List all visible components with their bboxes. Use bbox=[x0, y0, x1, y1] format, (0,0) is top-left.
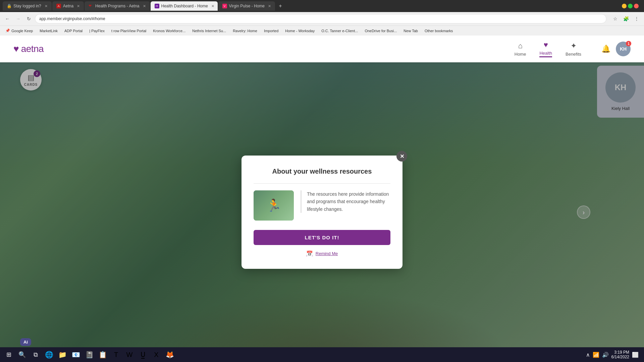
taskbar-chevron-up[interactable]: ∧ bbox=[586, 352, 590, 358]
tab-close-3[interactable]: ✕ bbox=[143, 4, 146, 8]
taskbar-time-date: 3:19 PM 6/14/2022 bbox=[611, 350, 629, 359]
search-button[interactable]: 🔍 bbox=[16, 349, 28, 361]
taskbar-edge[interactable]: 🌐 bbox=[43, 349, 55, 361]
benefits-icon: ✦ bbox=[571, 42, 577, 50]
taskbar-network[interactable]: 📶 bbox=[593, 352, 599, 358]
bookmark-google-keep[interactable]: 📌 Google Keep bbox=[3, 28, 36, 34]
bookmark-onedrive[interactable]: OneDrive for Busi... bbox=[362, 28, 399, 34]
nav-bar: ← → ↻ app.member.virginpulse.com/#/home … bbox=[0, 12, 644, 25]
app-header: ♥ aetna ⌂ Home ♥ Health ✦ Benefits 🔔 KH … bbox=[0, 36, 644, 62]
taskbar-notifications[interactable]: ⬜ bbox=[632, 352, 639, 358]
nav-home[interactable]: ⌂ Home bbox=[515, 42, 526, 57]
taskbar-app1[interactable]: 📋 bbox=[97, 349, 109, 361]
tab-aetna[interactable]: A Aetna ✕ bbox=[52, 1, 84, 11]
tab-close-1[interactable]: ✕ bbox=[45, 4, 48, 8]
tab-title-3: Health Programs - Aetna bbox=[95, 4, 139, 8]
taskbar: ⊞ 🔍 ⧉ 🌐 📁 📧 📓 📋 T W U̲ X 🦊 ∧ 📶 🔊 3:19 PM… bbox=[0, 347, 644, 362]
maximize-button[interactable] bbox=[628, 4, 633, 8]
avatar-badge: 1 bbox=[626, 41, 631, 46]
browser-chrome: 🔒 Stay logged in? ✕ A Aetna ✕ ❤ Health P… bbox=[0, 0, 644, 36]
exercise-illustration: 🏃 bbox=[266, 198, 281, 213]
tab-stay-logged-in[interactable]: 🔒 Stay logged in? ✕ bbox=[3, 1, 52, 11]
tab-favicon-3: ❤ bbox=[89, 4, 93, 8]
taskbar-browser[interactable]: 🦊 bbox=[164, 349, 176, 361]
tab-title-4: Health Dashboard - Home bbox=[161, 4, 208, 8]
remind-me-button[interactable]: 📅 Remind Me bbox=[254, 250, 390, 257]
start-button[interactable]: ⊞ bbox=[3, 349, 15, 361]
close-button[interactable] bbox=[634, 4, 639, 8]
taskbar-time: 3:19 PM bbox=[611, 350, 629, 355]
nav-benefits[interactable]: ✦ Benefits bbox=[566, 42, 581, 57]
taskbar-right: ∧ 📶 🔊 3:19 PM 6/14/2022 ⬜ bbox=[586, 350, 641, 359]
ai-badge: Ai bbox=[20, 338, 31, 346]
taskbar-mail[interactable]: 📧 bbox=[70, 349, 82, 361]
tab-favicon-1: 🔒 bbox=[7, 4, 11, 8]
wellness-modal: ✕ About your wellness resources 🏃 The re… bbox=[241, 156, 402, 269]
modal-description: The resources here provide information a… bbox=[301, 190, 390, 213]
taskbar-word[interactable]: W bbox=[123, 349, 136, 361]
avatar-initials: KH bbox=[620, 46, 627, 52]
task-view-button[interactable]: ⧉ bbox=[30, 349, 42, 361]
bookmark-payflex[interactable]: | PayFlex bbox=[87, 28, 107, 34]
nav-benefits-label: Benefits bbox=[566, 52, 581, 57]
bookmark-adp[interactable]: ADP Portal bbox=[62, 28, 85, 34]
refresh-button[interactable]: ↻ bbox=[24, 14, 34, 23]
bookmark-marketlink[interactable]: MarketLink bbox=[37, 28, 60, 34]
logo-heart-icon: ♥ bbox=[13, 44, 19, 54]
tab-bar: 🔒 Stay logged in? ✕ A Aetna ✕ ❤ Health P… bbox=[0, 0, 644, 12]
taskbar-onenote[interactable]: 📓 bbox=[83, 349, 95, 361]
tab-title-1: Stay logged in? bbox=[13, 4, 41, 8]
modal-body: 🏃 The resources here provide information… bbox=[254, 183, 390, 221]
tab-health-programs[interactable]: ❤ Health Programs - Aetna ✕ bbox=[85, 1, 150, 11]
modal-title: About your wellness resources bbox=[254, 168, 390, 175]
tab-close-5[interactable]: ✕ bbox=[268, 4, 271, 8]
main-content: 2 ▤ CARDS ✕ About your wellness resource… bbox=[0, 62, 644, 362]
bookmark-nethris[interactable]: Nethris Internet Su... bbox=[190, 28, 229, 34]
home-icon: ⌂ bbox=[518, 42, 522, 50]
nav-health[interactable]: ♥ Health bbox=[539, 41, 552, 57]
logo-text: aetna bbox=[21, 44, 44, 54]
logo-area: ♥ aetna bbox=[13, 44, 44, 54]
notifications-button[interactable]: 🔔 bbox=[601, 45, 610, 53]
bookmark-icon-1: 📌 bbox=[5, 28, 10, 33]
user-avatar[interactable]: KH 1 bbox=[616, 42, 631, 56]
main-nav: ⌂ Home ♥ Health ✦ Benefits bbox=[515, 41, 581, 57]
address-bar[interactable]: app.member.virginpulse.com/#/home bbox=[35, 14, 606, 23]
bookmark-planview[interactable]: t row PlanView Portal bbox=[109, 28, 149, 34]
calendar-icon: 📅 bbox=[306, 250, 313, 257]
remind-me-label: Remind Me bbox=[316, 251, 338, 256]
tab-favicon-2: A bbox=[56, 4, 61, 8]
bookmark-oc-tanner[interactable]: O.C. Tanner e-Client... bbox=[319, 28, 361, 34]
tab-close-4[interactable]: ✕ bbox=[211, 4, 214, 8]
taskbar-volume[interactable]: 🔊 bbox=[602, 352, 609, 358]
tab-close-2[interactable]: ✕ bbox=[77, 4, 80, 8]
menu-button[interactable]: ⋮ bbox=[632, 14, 641, 23]
tab-health-dashboard[interactable]: H Health Dashboard - Home ✕ bbox=[151, 1, 218, 11]
tab-favicon-5: V bbox=[222, 4, 227, 8]
bookmark-kronos[interactable]: Kronos Workforce... bbox=[150, 28, 188, 34]
bookmark-ravelry[interactable]: Ravelry: Home bbox=[230, 28, 260, 34]
bookmark-workday[interactable]: Home - Worksday bbox=[282, 28, 317, 34]
taskbar-apps: 🌐 📁 📧 📓 📋 T W U̲ X 🦊 bbox=[43, 349, 585, 361]
bookmark-button[interactable]: ☆ bbox=[610, 14, 620, 23]
header-actions: 🔔 KH 1 bbox=[601, 42, 631, 56]
bookmarks-bar: 📌 Google Keep MarketLink ADP Portal | Pa… bbox=[0, 25, 644, 36]
tab-title-2: Aetna bbox=[63, 4, 73, 8]
nav-health-label: Health bbox=[539, 51, 552, 56]
taskbar-underline[interactable]: U̲ bbox=[137, 349, 149, 361]
forward-button[interactable]: → bbox=[13, 14, 23, 23]
page-content: ♥ aetna ⌂ Home ♥ Health ✦ Benefits 🔔 KH … bbox=[0, 36, 644, 362]
taskbar-excel[interactable]: X bbox=[150, 349, 162, 361]
tab-virgin-pulse[interactable]: V Virgin Pulse - Home ✕ bbox=[218, 1, 275, 11]
extensions-button[interactable]: 🧩 bbox=[621, 14, 631, 23]
taskbar-teams[interactable]: T bbox=[110, 349, 122, 361]
bookmark-imported[interactable]: Imported bbox=[261, 28, 281, 34]
bookmark-other[interactable]: Other bookmarks bbox=[422, 28, 455, 34]
lets-do-it-button[interactable]: LET'S DO IT! bbox=[254, 230, 390, 245]
modal-close-button[interactable]: ✕ bbox=[396, 151, 407, 162]
minimize-button[interactable] bbox=[622, 4, 627, 8]
new-tab-button[interactable]: + bbox=[276, 1, 285, 11]
bookmark-new-tab[interactable]: New Tab bbox=[401, 28, 421, 34]
taskbar-file-explorer[interactable]: 📁 bbox=[56, 349, 68, 361]
back-button[interactable]: ← bbox=[3, 14, 12, 23]
